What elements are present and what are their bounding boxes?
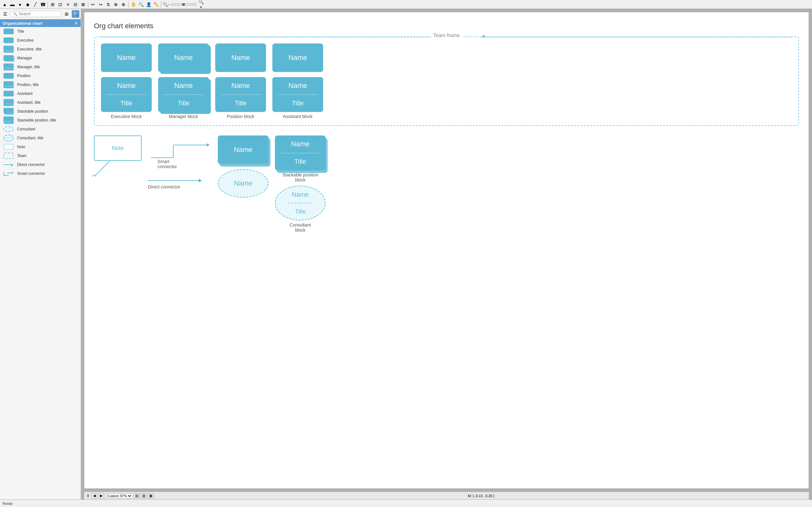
sidebar-item-manager[interactable]: Manager	[0, 54, 80, 62]
phone-tool[interactable]: ☎	[39, 1, 46, 8]
grid-tool[interactable]: ⊞	[49, 1, 56, 8]
oval-tool[interactable]: ●	[16, 1, 23, 8]
sidebar-item-stackable[interactable]: Stackable position	[0, 107, 80, 116]
assistant-simple-block[interactable]: Name	[272, 44, 323, 72]
manager-title-block[interactable]: Name Title	[158, 77, 209, 112]
stackable-title-block[interactable]: Name Title	[275, 135, 326, 170]
select-tool[interactable]: ▲	[1, 1, 8, 8]
main-area: ☰ 🔍 ⊞ 🔍 Organizational chart ✕ Title Exe…	[0, 9, 812, 499]
consult-title: Title	[295, 204, 305, 220]
sidebar-item-note[interactable]: Note	[0, 143, 80, 151]
sidebar-item-manager-title[interactable]: Manager, title	[0, 62, 80, 71]
sort-btn[interactable]: ⇅	[105, 1, 112, 8]
view-fit-btn[interactable]: ▥	[141, 493, 147, 498]
assistant-shape-label: Assistant	[17, 92, 33, 96]
sidebar-item-team[interactable]: Team	[0, 151, 80, 160]
sep3	[128, 1, 128, 8]
stackable-simple-block[interactable]: Name	[218, 135, 269, 164]
sidebar-item-assistant-title[interactable]: Assistant, title	[0, 98, 80, 107]
redo-btn[interactable]: ↪	[97, 1, 104, 8]
list-tool[interactable]: ≡	[64, 1, 71, 8]
sidebar-item-position[interactable]: Position	[0, 71, 80, 80]
category-header: Organizational chart ✕	[0, 19, 80, 27]
sidebar-item-title[interactable]: Title	[0, 27, 80, 36]
grid-view-btn[interactable]: ⊞	[63, 10, 70, 18]
title-shape-label: Title	[17, 29, 24, 34]
line-tool[interactable]: ╱	[32, 1, 39, 8]
next-page-btn[interactable]: ▶	[98, 493, 104, 498]
toolbar: ▲ ▬ ● ◆ ╱ ☎ ⊞ ⊡ ≡ ⊟ ⊠ ↩ ↪ ⇅ ⊕ ⊗ ✋ 🔍 👤 ✏️…	[0, 0, 812, 9]
executive-title-shape-icon	[3, 46, 15, 53]
smart-connector-shape-label: Smart connector	[17, 171, 45, 176]
sidebar-menu-btn[interactable]: ☰	[1, 10, 9, 18]
manager-simple-block[interactable]: Name	[158, 44, 209, 72]
view-normal-btn[interactable]: ▤	[133, 493, 140, 498]
executive-title-block[interactable]: Name Title	[101, 77, 152, 112]
pen-tool[interactable]: ✏️	[153, 1, 160, 8]
sep1	[48, 1, 48, 8]
assistant-title-wrapper: Name Title Assistant block	[272, 77, 323, 119]
del-btn[interactable]: ⊗	[120, 1, 127, 8]
sidebar-item-executive-title[interactable]: Executive, title	[0, 45, 80, 54]
sidebar-item-executive[interactable]: Executive	[0, 36, 80, 45]
stackable-title-wrapper: Name Title Stackable position block	[275, 135, 326, 182]
consultant-simple-block[interactable]: Name	[218, 169, 269, 198]
canvas-bottom-bar: ⏸ ◀ ▶ Custom 97% ▤ ▥ ▦ M: [ -0.13 , 0.26…	[84, 492, 809, 499]
manager-title-shape-label: Manager, title	[17, 65, 40, 69]
zoom-tool[interactable]: 🔍	[138, 1, 145, 8]
zoom-in-btn[interactable]: 🔍+	[198, 1, 205, 8]
position-simple-block[interactable]: Name	[215, 44, 266, 72]
table-tool[interactable]: ⊡	[57, 1, 64, 8]
category-close-btn[interactable]: ✕	[74, 21, 78, 26]
executive-shape-label: Executive	[17, 38, 34, 43]
note-label: Note	[112, 145, 124, 152]
prev-page-btn[interactable]: ◀	[92, 493, 97, 498]
manager-shape-label: Manager	[17, 56, 32, 60]
canvas[interactable]: Org chart elements ▶ Team frame ◀	[84, 12, 809, 489]
search-btn[interactable]: 🔍	[72, 10, 79, 18]
diamond-tool[interactable]: ◆	[24, 1, 31, 8]
search-input[interactable]	[19, 12, 59, 16]
smart-connector-group: Smart connector	[148, 142, 211, 169]
svg-line-0	[94, 161, 110, 177]
sidebar-item-stackable-title[interactable]: Stackable position, title	[0, 116, 80, 125]
sidebar-item-position-title[interactable]: Position, title	[0, 80, 80, 89]
exec-caption: Executive block	[101, 114, 152, 119]
user-tool[interactable]: 👤	[145, 1, 152, 8]
assistant-title-shape-icon	[3, 99, 15, 106]
connectors-area: Smart connector Direct connector	[148, 138, 211, 192]
sidebar-item-direct-connector[interactable]: ▶ Direct connector	[0, 160, 80, 169]
position-title-block[interactable]: Name Title	[215, 77, 266, 112]
stack-caption: Stackable position block	[275, 172, 326, 182]
mgr-name: Name	[174, 77, 193, 95]
consultant-title-wrapper: Name Title Consultant block	[275, 186, 326, 233]
bottom-section: Note	[94, 135, 799, 233]
zoom-select[interactable]: Custom 97%	[105, 493, 132, 498]
note-connector-line	[91, 161, 116, 177]
stack-title: Title	[294, 153, 306, 171]
note-block[interactable]: Note	[94, 135, 142, 161]
add-btn[interactable]: ⊕	[112, 1, 119, 8]
view-mode-btns: ▤ ▥ ▦	[133, 493, 154, 498]
link-tool[interactable]: ⊠	[80, 1, 87, 8]
sidebar-item-consultant[interactable]: Consultant	[0, 125, 80, 133]
flow-tool[interactable]: ⊟	[72, 1, 79, 8]
zoom-out-btn[interactable]: 🔍-	[163, 1, 169, 8]
manager-title-shape-icon	[3, 63, 15, 70]
pos-title: Title	[234, 95, 246, 112]
undo-btn[interactable]: ↩	[90, 1, 97, 8]
sidebar-item-smart-connector[interactable]: ▶ Smart connector	[0, 169, 80, 178]
pan-tool[interactable]: ✋	[130, 1, 137, 8]
position-block-name: Name	[215, 44, 266, 72]
mgr-caption: Manager block	[158, 114, 209, 119]
note-area: Note	[94, 135, 142, 170]
sidebar-item-consultant-title[interactable]: Consultant, title	[0, 133, 80, 143]
assistant-shape-icon	[3, 90, 15, 97]
view-full-btn[interactable]: ▦	[148, 493, 154, 498]
executive-simple-block[interactable]: Name	[101, 44, 152, 72]
assistant-title-block[interactable]: Name Title	[272, 77, 323, 112]
sidebar-item-assistant[interactable]: Assistant	[0, 89, 80, 98]
consultant-title-block[interactable]: Name Title	[275, 186, 326, 221]
executive-block-name: Name	[101, 44, 152, 72]
rect-tool[interactable]: ▬	[9, 1, 16, 8]
